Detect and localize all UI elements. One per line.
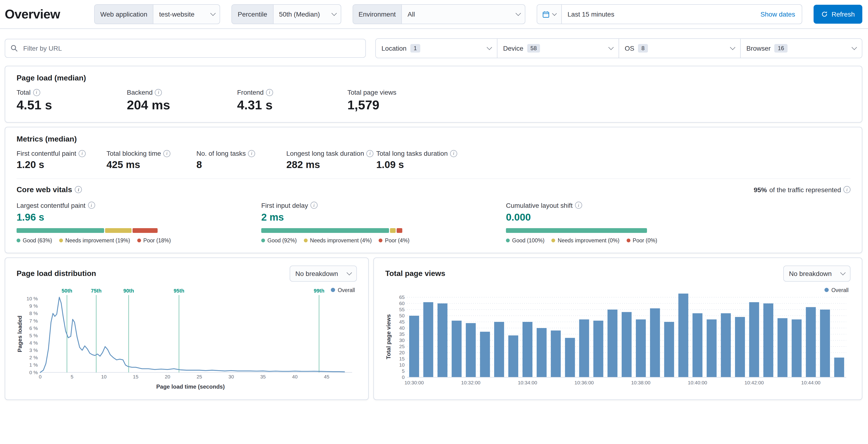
environment-select[interactable]: Environment All	[352, 4, 525, 24]
traffic-text: of the traffic represented	[769, 186, 841, 194]
svg-text:5 %: 5 %	[29, 332, 38, 338]
metric-backend: Backend 204 ms	[127, 89, 237, 113]
percentile-select[interactable]: Percentile 50th (Median)	[232, 4, 341, 24]
vital-lcp-value: 1.96 s	[17, 211, 261, 223]
good-dot-icon	[506, 238, 510, 242]
cwv-bar-segment-good	[261, 228, 389, 233]
info-icon[interactable]	[75, 186, 82, 193]
metrics-panel: Metrics (median) First contentful paint …	[5, 127, 862, 253]
chevron-down-icon	[210, 11, 216, 16]
cwv-legend-good: Good (63%)	[17, 237, 52, 243]
info-icon[interactable]	[366, 150, 373, 157]
svg-text:65: 65	[399, 294, 405, 300]
cwv-bar-segment-good	[17, 228, 104, 233]
device-filter[interactable]: Device 58	[497, 39, 619, 58]
refresh-icon	[821, 11, 828, 18]
info-icon[interactable]	[155, 89, 162, 96]
environment-label: Environment	[353, 5, 402, 24]
metric-fcp: First contentful paint 1.20 s	[17, 150, 106, 171]
refresh-button-label: Refresh	[832, 10, 855, 18]
poor-dot-icon	[137, 238, 141, 242]
info-icon[interactable]	[163, 150, 170, 157]
cwv-legend-poor: Poor (0%)	[627, 237, 657, 243]
show-dates-link[interactable]: Show dates	[754, 10, 802, 18]
svg-text:8 %: 8 %	[29, 310, 38, 316]
svg-text:25: 25	[197, 374, 202, 379]
time-range-value[interactable]: Last 15 minutes	[562, 10, 754, 18]
svg-text:30: 30	[228, 374, 234, 379]
total-page-views-title: Total page views	[385, 269, 445, 277]
svg-text:10:32:00: 10:32:00	[461, 380, 480, 385]
location-filter-label: Location	[381, 45, 407, 52]
poor-dot-icon	[627, 238, 630, 242]
svg-text:50th: 50th	[62, 288, 72, 294]
legend-dot-icon	[824, 288, 829, 292]
svg-text:10 %: 10 %	[27, 296, 38, 301]
svg-text:45: 45	[399, 319, 405, 324]
web-application-select[interactable]: Web application test-website	[94, 4, 220, 24]
refresh-button[interactable]: Refresh	[813, 5, 862, 24]
browser-filter[interactable]: Browser 16	[741, 39, 862, 58]
svg-text:10:40:00: 10:40:00	[688, 380, 707, 385]
metric-longest-long-task-label: Longest long task duration	[286, 150, 364, 157]
chart-legend-overall[interactable]: Overall	[824, 287, 848, 293]
info-icon[interactable]	[88, 202, 95, 209]
svg-text:10: 10	[101, 374, 106, 379]
top-bar: Overview Web application test-website Pe…	[0, 0, 868, 28]
total-page-views-chart[interactable]: 0510152025303540455055606510:30:0010:32:…	[393, 287, 850, 386]
overview-page: Overview Web application test-website Pe…	[0, 0, 868, 444]
info-icon[interactable]	[33, 89, 40, 96]
page-load-panel-title: Page load (median)	[17, 74, 850, 82]
svg-text:1 %: 1 %	[29, 362, 38, 367]
needs-improvement-dot-icon	[304, 238, 308, 242]
metric-fcp-value: 1.20 s	[17, 159, 106, 171]
svg-text:90th: 90th	[123, 288, 134, 294]
info-icon[interactable]	[79, 150, 86, 157]
device-filter-label: Device	[503, 45, 523, 52]
info-icon[interactable]	[248, 150, 255, 157]
cwv-legend-needs-improvement: Needs improvement (4%)	[304, 237, 372, 243]
svg-text:25: 25	[399, 344, 405, 349]
page-title: Overview	[5, 7, 60, 22]
metric-longest-long-task: Longest long task duration 282 ms	[286, 150, 376, 171]
location-filter[interactable]: Location 1	[376, 39, 497, 58]
good-dot-icon	[17, 238, 20, 242]
chevron-down-icon	[552, 11, 557, 16]
cwv-divider	[17, 178, 850, 179]
chart-legend-overall[interactable]: Overall	[331, 287, 355, 293]
metric-long-tasks-value: 8	[196, 159, 286, 171]
page-load-distribution-chart[interactable]: 0 %1 %2 %3 %4 %5 %6 %7 %8 %9 %10 %051015…	[24, 287, 357, 380]
svg-text:4 %: 4 %	[29, 340, 38, 345]
metric-longest-long-task-value: 282 ms	[286, 159, 376, 171]
info-icon[interactable]	[843, 186, 850, 193]
web-application-label: Web application	[95, 5, 154, 24]
vital-fid-label: First input delay	[261, 201, 308, 209]
info-icon[interactable]	[310, 202, 317, 209]
filter-by-url-input[interactable]	[5, 39, 366, 58]
page-load-distribution-panel: Page load distribution No breakdown Page…	[5, 257, 369, 400]
vital-fid: First input delay 2 ms Good (92%) Needs …	[261, 201, 506, 243]
info-icon[interactable]	[450, 150, 457, 157]
svg-text:9 %: 9 %	[29, 303, 38, 308]
y-axis-label: Pages loaded	[17, 287, 24, 380]
device-filter-count: 58	[527, 44, 540, 53]
cwv-legend-good: Good (92%)	[261, 237, 297, 243]
traffic-percent: 95%	[754, 186, 767, 194]
info-icon[interactable]	[575, 202, 582, 209]
info-icon[interactable]	[266, 89, 273, 96]
svg-text:50: 50	[399, 313, 405, 318]
svg-text:60: 60	[399, 300, 405, 306]
y-axis-label: Total page views	[385, 287, 393, 386]
core-web-vitals-title: Core web vitals	[17, 185, 82, 194]
os-filter[interactable]: OS 8	[619, 39, 741, 58]
date-quick-select-button[interactable]	[537, 5, 562, 24]
svg-text:30: 30	[399, 337, 405, 343]
breakdown-select[interactable]: No breakdown	[290, 265, 357, 282]
breakdown-select[interactable]: No breakdown	[783, 265, 850, 282]
vital-lcp-label: Largest contentful paint	[17, 201, 86, 209]
url-search	[5, 39, 366, 58]
svg-text:99th: 99th	[314, 288, 324, 294]
svg-text:40: 40	[399, 325, 405, 330]
legend-dot-icon	[331, 288, 335, 292]
filter-select-group: Location 1 Device 58 OS 8 Browser 16	[375, 38, 862, 58]
